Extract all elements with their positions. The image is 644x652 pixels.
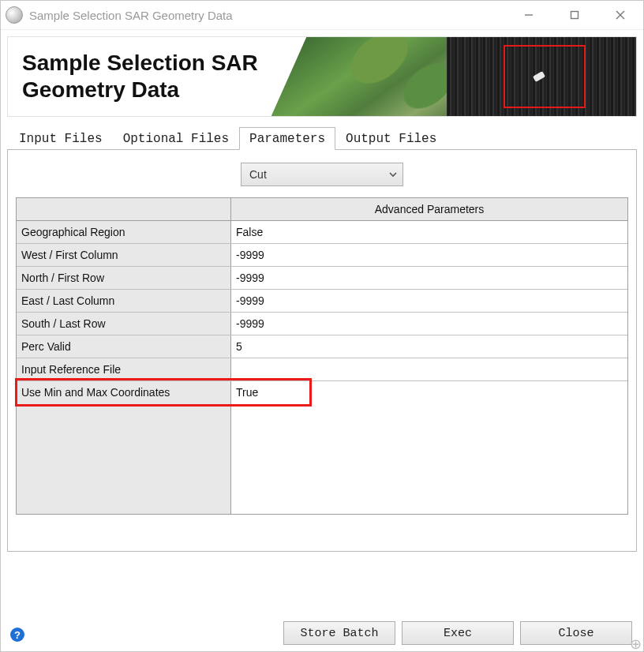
parameters-table-empty	[17, 403, 627, 514]
minimize-button[interactable]	[506, 1, 552, 29]
resize-plus-icon[interactable]: ⊕	[629, 638, 642, 650]
parameters-table-header-label: Advanced Parameters	[230, 198, 627, 220]
banner-highlight-box	[504, 45, 586, 108]
param-row-east-last-column: East / Last Column -9999	[17, 290, 627, 313]
param-value[interactable]	[231, 358, 627, 380]
close-button[interactable]	[597, 1, 643, 29]
tabs-bar: Input Files Optional Files Parameters Ou…	[7, 126, 637, 149]
page-title: Sample Selection SAR Geometry Data	[8, 50, 258, 103]
help-icon[interactable]: ?	[10, 628, 24, 642]
param-label: South / Last Row	[17, 313, 231, 335]
param-value[interactable]: -9999	[231, 244, 627, 266]
close-dialog-button[interactable]: Close	[520, 621, 632, 645]
param-label: Geographical Region	[17, 221, 231, 243]
titlebar: Sample Selection SAR Geometry Data	[1, 1, 643, 30]
minimize-icon	[523, 9, 534, 21]
param-label: Perc Valid	[17, 335, 231, 358]
param-label: North / First Row	[17, 267, 231, 289]
maximize-button[interactable]	[552, 1, 597, 29]
param-label: West / First Column	[17, 244, 231, 266]
param-label: East / Last Column	[17, 290, 231, 312]
param-row-input-reference-file: Input Reference File	[17, 358, 627, 381]
tab-input-files[interactable]: Input Files	[9, 127, 113, 149]
maximize-icon	[569, 9, 580, 21]
param-row-geographical-region: Geographical Region False	[17, 221, 627, 244]
method-dropdown-value: Cut	[249, 168, 267, 181]
page-title-line2: Geometry Data	[22, 77, 179, 102]
param-row-north-first-row: North / First Row -9999	[17, 267, 627, 290]
parameters-table-header: Advanced Parameters	[17, 198, 627, 221]
app-icon	[6, 6, 23, 24]
param-row-perc-valid: Perc Valid 5	[17, 335, 627, 358]
tab-pane-parameters: Cut Advanced Parameters Geographical Reg…	[7, 149, 637, 552]
parameters-table: Advanced Parameters Geographical Region …	[16, 197, 628, 515]
dropdown-wrap: Cut	[16, 163, 628, 186]
param-row-west-first-column: West / First Column -9999	[17, 244, 627, 267]
window-title: Sample Selection SAR Geometry Data	[29, 9, 506, 22]
chevron-down-icon	[388, 170, 398, 179]
param-label: Input Reference File	[17, 358, 231, 380]
bottom-button-bar: ? Store Batch Exec Close ⊕	[1, 615, 643, 651]
param-label: Use Min and Max Coordinates	[17, 381, 231, 403]
param-value[interactable]: 5	[231, 335, 627, 358]
header-banner: Sample Selection SAR Geometry Data	[7, 36, 637, 117]
param-value[interactable]: -9999	[231, 267, 627, 289]
close-icon	[615, 9, 626, 21]
tab-parameters[interactable]: Parameters	[239, 127, 335, 150]
app-window: Sample Selection SAR Geometry Data Sampl…	[0, 0, 644, 652]
tabs-container: Input Files Optional Files Parameters Ou…	[7, 126, 637, 552]
param-value[interactable]: True	[231, 381, 627, 403]
param-value[interactable]: False	[231, 221, 627, 243]
tab-output-files[interactable]: Output Files	[335, 127, 447, 149]
exec-button[interactable]: Exec	[402, 621, 514, 645]
svg-rect-1	[571, 12, 578, 19]
param-value[interactable]: -9999	[231, 290, 627, 312]
param-row-use-min-max-coordinates: Use Min and Max Coordinates True	[17, 381, 627, 403]
method-dropdown[interactable]: Cut	[241, 163, 403, 186]
window-controls	[506, 1, 643, 29]
tab-optional-files[interactable]: Optional Files	[113, 127, 239, 149]
page-title-line1: Sample Selection SAR	[22, 51, 258, 75]
param-value[interactable]: -9999	[231, 313, 627, 335]
store-batch-button[interactable]: Store Batch	[283, 621, 395, 645]
param-row-south-last-row: South / Last Row -9999	[17, 313, 627, 335]
banner-image	[336, 37, 636, 116]
